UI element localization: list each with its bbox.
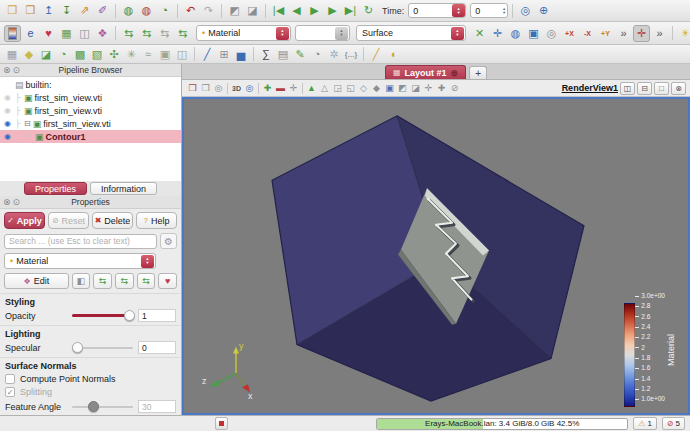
rescale-custom-range-icon[interactable]: ⇆ bbox=[138, 25, 155, 42]
first-frame-icon[interactable]: |◀ bbox=[270, 2, 287, 19]
visibility-eye-icon[interactable]: ◉ bbox=[2, 119, 13, 128]
visibility-eye-icon[interactable]: ◉ bbox=[2, 106, 13, 115]
visibility-eye-icon[interactable]: ◉ bbox=[2, 93, 13, 102]
interactive-select-points-icon[interactable]: ◪ bbox=[409, 82, 422, 95]
representation-stepper[interactable]: ▴▾ bbox=[451, 27, 464, 40]
render-viewport[interactable]: y z x 3.0e+002.82.62.42.221.81.61.41.21.… bbox=[182, 97, 690, 415]
pipeline-item-builtin[interactable]: ▤ builtin: bbox=[0, 78, 181, 91]
close-layout-icon[interactable]: ⊗ bbox=[451, 68, 459, 78]
select-polygon-cells-icon[interactable]: ◇ bbox=[357, 82, 370, 95]
load-state-icon[interactable]: ↥ bbox=[40, 2, 57, 19]
freeze-time-icon[interactable]: ✲ bbox=[326, 47, 342, 62]
import-preset-icon[interactable]: ◫ bbox=[76, 25, 93, 42]
last-frame-icon[interactable]: ▶| bbox=[342, 2, 359, 19]
rescale-custom-range-icon[interactable]: ⇆ bbox=[115, 273, 134, 289]
zoom-selection-icon[interactable]: ◎ bbox=[517, 2, 534, 19]
zoom-to-box-icon[interactable]: ◎ bbox=[543, 25, 560, 42]
connect-server-icon[interactable]: ◍ bbox=[120, 2, 137, 19]
add-layout-button[interactable]: + bbox=[469, 66, 487, 79]
python-annotation-icon[interactable]: {…} bbox=[343, 47, 359, 62]
extract-subset-icon[interactable]: ▧ bbox=[89, 47, 105, 62]
ruler-icon[interactable]: ╱ bbox=[368, 47, 384, 62]
clear-selection-icon[interactable]: ⊘ bbox=[448, 82, 461, 95]
protractor-icon[interactable]: ◖ bbox=[385, 47, 401, 62]
apply-button[interactable]: ✓ Apply bbox=[4, 212, 45, 229]
open-file-icon[interactable]: ❒ bbox=[4, 2, 21, 19]
clip-icon[interactable]: ◪ bbox=[38, 47, 54, 62]
representation-combo[interactable]: Surface ▴▾ bbox=[356, 25, 466, 41]
use-separate-colormap-icon[interactable]: ◧ bbox=[72, 273, 91, 289]
feature-angle-slider[interactable] bbox=[72, 401, 133, 412]
help-button[interactable]: ? Help bbox=[136, 212, 177, 229]
grow-selection-icon[interactable]: ✚ bbox=[261, 82, 274, 95]
camera-overflow-icon[interactable]: » bbox=[615, 25, 632, 42]
next-frame-icon[interactable]: ▶ bbox=[324, 2, 341, 19]
expander-icon[interactable]: ⊟ bbox=[24, 119, 31, 128]
glyph-icon[interactable]: ✣ bbox=[106, 47, 122, 62]
frame-spinbox[interactable]: 0 ▴▾ bbox=[470, 3, 508, 18]
rescale-data-range-icon[interactable]: ⇆ bbox=[93, 273, 112, 289]
select-surface-cells-icon[interactable]: ▲ bbox=[305, 82, 318, 95]
rotate-90-icon[interactable]: ◍ bbox=[507, 25, 524, 42]
histogram-icon[interactable]: ▅ bbox=[233, 47, 249, 62]
component-combo[interactable]: ▴▾ bbox=[295, 25, 350, 41]
specular-slider[interactable] bbox=[72, 342, 133, 353]
zoom-to-data-icon[interactable]: ✛ bbox=[489, 25, 506, 42]
split-horizontal-icon[interactable]: ◫ bbox=[620, 82, 635, 95]
disconnect-server-icon[interactable]: ◍ bbox=[138, 2, 155, 19]
opacity-slider[interactable] bbox=[72, 310, 133, 321]
view-plus-x-icon[interactable]: +X bbox=[561, 25, 578, 42]
pipeline-item-source-2[interactable]: ◉ ├ ▣ first_sim_view.vti bbox=[0, 104, 181, 117]
pipeline-item-source-3[interactable]: ◉ ├ ⊟ ▣ first_sim_view.vti bbox=[0, 117, 181, 130]
select-frustum-points-icon[interactable]: ◱ bbox=[344, 82, 357, 95]
select-surface-points-icon[interactable]: △ bbox=[318, 82, 331, 95]
loop-icon[interactable]: ↻ bbox=[360, 2, 377, 19]
auto-apply-icon[interactable]: ✐ bbox=[94, 2, 111, 19]
dock-float-icon[interactable]: ⊙ bbox=[13, 198, 21, 207]
redo-icon[interactable]: ↷ bbox=[200, 2, 217, 19]
coloring-stepper[interactable]: ▴▾ bbox=[276, 27, 289, 40]
slice-icon[interactable]: ◔ bbox=[55, 47, 71, 62]
reset-camera-icon[interactable]: ✕ bbox=[471, 25, 488, 42]
recenter-icon[interactable]: ✛ bbox=[287, 82, 300, 95]
spreadsheet-icon[interactable]: ▤ bbox=[275, 47, 291, 62]
open-recent-icon[interactable]: ❒ bbox=[22, 2, 39, 19]
screenshot-icon[interactable]: ⊕ bbox=[535, 2, 552, 19]
coloring-stepper[interactable]: ▴▾ bbox=[141, 255, 154, 268]
light-kit-icon[interactable]: ☀ bbox=[677, 25, 690, 42]
select-polygon-points-icon[interactable]: ◆ bbox=[370, 82, 383, 95]
search-input[interactable] bbox=[4, 234, 157, 249]
plot-over-line-icon[interactable]: ╱ bbox=[199, 47, 215, 62]
edit-camera-icon[interactable]: ❒ bbox=[186, 82, 199, 95]
contour-icon[interactable]: ◆ bbox=[21, 47, 37, 62]
view-plus-y-icon[interactable]: +Y bbox=[597, 25, 614, 42]
reset-session-icon[interactable]: ◔ bbox=[156, 2, 173, 19]
pipeline-item-contour1[interactable]: ◉ └ ▣ Contour1 bbox=[0, 130, 181, 143]
tab-layout-1[interactable]: ▦ Layout #1 ⊗ bbox=[385, 65, 466, 79]
visibility-eye-icon[interactable]: ◉ bbox=[2, 132, 13, 141]
coloring-array-combo[interactable]: • Material ▴▾ bbox=[4, 253, 156, 269]
zoom-box-icon[interactable]: ◎ bbox=[243, 82, 256, 95]
show-center-axes-icon[interactable]: ✛ bbox=[633, 25, 650, 42]
delete-button[interactable]: ✖ Delete bbox=[92, 212, 133, 229]
play-icon[interactable]: ▶ bbox=[306, 2, 323, 19]
extract-selection-icon[interactable]: ⊞ bbox=[216, 47, 232, 62]
previous-frame-icon[interactable]: ◀ bbox=[288, 2, 305, 19]
warnings-badge[interactable]: ⚠ 1 bbox=[633, 417, 657, 430]
rescale-visible-range-icon[interactable]: ⇆ bbox=[137, 273, 156, 289]
extract-group-icon[interactable]: ◫ bbox=[174, 47, 190, 62]
dock-close-icon[interactable]: ⊗ bbox=[3, 198, 11, 207]
view-minus-x-icon[interactable]: -X bbox=[579, 25, 596, 42]
toggle-color-legend-icon[interactable] bbox=[4, 25, 21, 42]
stream-tracer-icon[interactable]: ✳ bbox=[123, 47, 139, 62]
close-view-icon[interactable]: ⊗ bbox=[671, 82, 686, 95]
edit-colormap-icon[interactable]: e bbox=[22, 25, 39, 42]
rescale-data-range-icon[interactable]: ⇆ bbox=[120, 25, 137, 42]
time-stepper[interactable]: ▴▾ bbox=[452, 4, 465, 17]
calculator-icon[interactable]: ▦ bbox=[4, 47, 20, 62]
adjust-camera-icon[interactable]: ❒ bbox=[199, 82, 212, 95]
time-combo[interactable]: 0 ▴▾ bbox=[408, 3, 466, 18]
component-stepper[interactable]: ▴▾ bbox=[335, 27, 348, 40]
rescale-temporal-icon[interactable]: ⇆ bbox=[156, 25, 173, 42]
zoom-closest-icon[interactable]: ▣ bbox=[525, 25, 542, 42]
